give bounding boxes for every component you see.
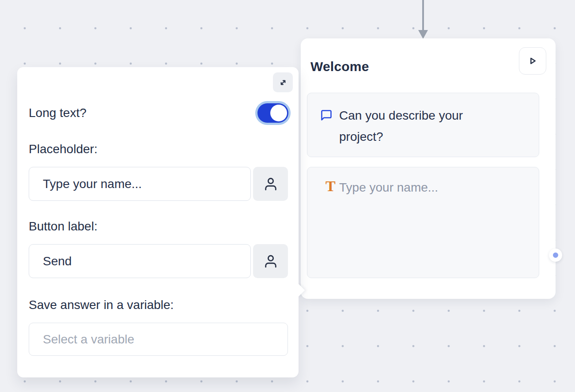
expand-diagonal-icon (277, 77, 289, 88)
button-label-input[interactable] (29, 244, 251, 278)
toggle-knob (270, 105, 287, 121)
text-input-icon: T (325, 178, 336, 195)
group-node-welcome[interactable]: Welcome Can you describe your project? T… (301, 38, 556, 299)
save-variable-label: Save answer in a variable: (29, 298, 174, 312)
group-title: Welcome (310, 59, 369, 74)
placeholder-input[interactable] (29, 167, 251, 201)
chat-bubble-icon (320, 109, 333, 121)
text-bubble-block[interactable]: Can you describe your project? (307, 93, 539, 157)
button-label-label: Button label: (29, 219, 98, 234)
user-icon (263, 254, 278, 269)
settings-popover: Long text? Placeholder: Button label: Sa… (17, 67, 299, 377)
long-text-label: Long text? (29, 106, 87, 120)
connection-point-ring (553, 253, 558, 258)
expand-button[interactable] (273, 72, 293, 92)
bubble-text: Can you describe your project? (339, 105, 503, 147)
user-icon (263, 177, 278, 192)
input-preview-placeholder: Type your name... (339, 181, 438, 195)
placeholder-label: Placeholder: (29, 142, 98, 156)
play-icon (526, 54, 539, 68)
play-button[interactable] (519, 47, 546, 75)
text-input-block[interactable]: T Type your name... (307, 167, 539, 278)
insert-variable-button-label[interactable] (253, 244, 288, 278)
flow-canvas[interactable]: Welcome Can you describe your project? T… (0, 0, 575, 392)
connection-point[interactable] (549, 249, 562, 262)
insert-variable-button-placeholder[interactable] (253, 167, 288, 201)
variable-select-input[interactable] (29, 323, 288, 356)
long-text-toggle[interactable] (257, 103, 288, 123)
